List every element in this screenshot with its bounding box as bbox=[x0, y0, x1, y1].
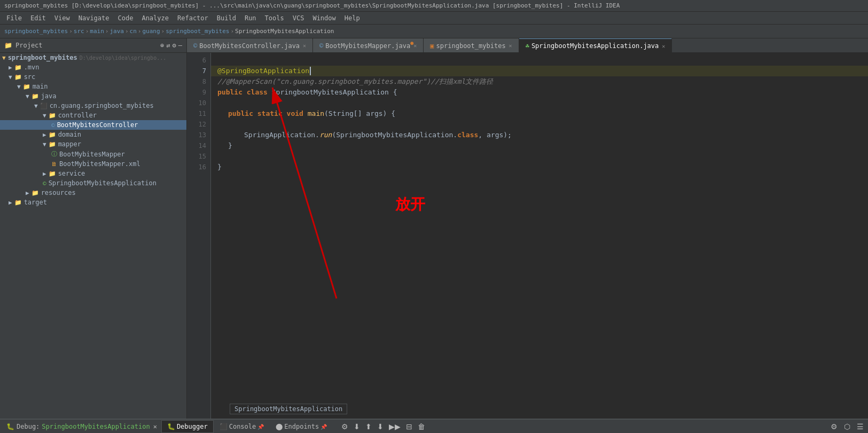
java-icon: © bbox=[319, 42, 323, 50]
more-btn[interactable]: ☰ bbox=[855, 421, 866, 432]
tree-label: src bbox=[24, 73, 36, 81]
tab-close-icon[interactable]: ✕ bbox=[662, 43, 665, 49]
tree-item-controller-class[interactable]: © BootMybitesController bbox=[0, 120, 186, 130]
debug-tab-endpoints[interactable]: ⬤ Endpoints 📌 bbox=[270, 420, 333, 433]
tree-item-mapper[interactable]: ▼ 📁 mapper bbox=[0, 139, 186, 149]
tree-label: service bbox=[58, 170, 85, 177]
debug-tab-console[interactable]: ⬛ Console 📌 bbox=[214, 420, 270, 433]
tab-mapper[interactable]: © BootMybitesMapper.java ● ✕ bbox=[313, 38, 424, 52]
tab-controller[interactable]: © BootMybitesController.java ✕ bbox=[187, 38, 313, 52]
menu-window[interactable]: Window bbox=[308, 13, 340, 23]
tree-item-main[interactable]: ▼ 📁 main bbox=[0, 82, 186, 91]
tree-item-mapper-class[interactable]: ⓘ BootMybitesMapper bbox=[0, 149, 186, 159]
add-icon[interactable]: ⊕ bbox=[160, 42, 164, 49]
code-editor[interactable]: 6 7 ▶ 🔖 8 9 ▶ ▼ 10 11 ▶ ▼ 12 bbox=[187, 53, 868, 419]
sort-btn[interactable]: ⬆ bbox=[363, 421, 374, 432]
panel-toolbar-right: ⚙ ⬡ ☰ bbox=[828, 421, 866, 432]
sync-icon[interactable]: ⇄ bbox=[166, 42, 170, 49]
menu-run[interactable]: Run bbox=[240, 13, 261, 23]
menu-refactor[interactable]: Refactor bbox=[173, 13, 213, 23]
menu-edit[interactable]: Edit bbox=[26, 13, 50, 23]
debug-tabs-bar: 🐛 Debug: SpringbootMybitesApplication ✕ … bbox=[0, 420, 868, 433]
code-content[interactable]: @SpringBootApplication //@MapperScan("cn… bbox=[211, 53, 868, 419]
pin-icon[interactable]: 📌 bbox=[257, 424, 264, 430]
java-icon: © bbox=[193, 42, 197, 50]
tree-item-src[interactable]: ▼ 📁 src bbox=[0, 72, 186, 82]
line-13: 13 bbox=[191, 130, 206, 140]
line-16: 16 bbox=[191, 162, 206, 172]
debug-close-icon[interactable]: ✕ bbox=[153, 423, 157, 430]
menu-analyze[interactable]: Analyze bbox=[137, 13, 173, 23]
expand-icon: ▶ bbox=[43, 131, 46, 138]
tab-maven[interactable]: ▣ springboot_mybites ✕ bbox=[424, 38, 519, 52]
breadcrumb-item[interactable]: springboot_mybites bbox=[4, 28, 68, 35]
line-15: 15 bbox=[191, 151, 206, 162]
tab-close-icon[interactable]: ✕ bbox=[413, 43, 417, 49]
scroll-up-btn[interactable]: ⬇ bbox=[375, 421, 386, 432]
line-8: 8 bbox=[191, 76, 206, 87]
menu-build[interactable]: Build bbox=[213, 13, 240, 23]
tab-label: springboot_mybites bbox=[436, 42, 506, 50]
tree-item-java[interactable]: ▼ 📁 java bbox=[0, 91, 186, 101]
gear-btn[interactable]: ⚙ bbox=[828, 421, 840, 432]
debug-label: Debug: bbox=[17, 423, 40, 430]
breadcrumb-current: SpringbootMybitesApplication bbox=[235, 28, 334, 35]
debug-app-name[interactable]: SpringbootMybitesApplication bbox=[42, 423, 150, 430]
minimize-icon[interactable]: — bbox=[178, 42, 182, 49]
tab-close-icon[interactable]: ✕ bbox=[303, 43, 306, 49]
editor-tabs: © BootMybitesController.java ✕ © BootMyb… bbox=[187, 38, 868, 53]
menu-code[interactable]: Code bbox=[114, 13, 138, 23]
breadcrumb-item[interactable]: main bbox=[90, 28, 104, 35]
tree-label: java bbox=[41, 92, 57, 100]
debug-toolbar: ⚙ ⬇ ⬆ ⬇ ▶▶ ⊟ 🗑 bbox=[339, 421, 427, 432]
tab-main-class[interactable]: ☘ SpringbootMybitesApplication.java ✕ bbox=[519, 38, 672, 52]
tree-item-package[interactable]: ▼ ⬛ cn.guang.springboot_mybites bbox=[0, 101, 186, 111]
settings-icon[interactable]: ⚙ bbox=[173, 42, 176, 49]
menu-vcs[interactable]: VCS bbox=[288, 13, 309, 23]
project-panel-header: 📁 Project ⊕ ⇄ ⚙ — bbox=[0, 38, 186, 53]
soft-wrap-btn[interactable]: ⊟ bbox=[404, 421, 415, 432]
clear-btn[interactable]: 🗑 bbox=[416, 421, 427, 432]
breadcrumb-item[interactable]: guang bbox=[142, 28, 160, 35]
menu-navigate[interactable]: Navigate bbox=[74, 13, 114, 23]
code-line-9: public class SpringbootMybitesApplicatio… bbox=[211, 87, 868, 98]
folder-icon: 📁 bbox=[32, 190, 39, 196]
step-btn[interactable]: ▶▶ bbox=[387, 421, 403, 432]
tab-close-icon[interactable]: ✕ bbox=[509, 43, 512, 49]
pin-icon[interactable]: 📌 bbox=[320, 424, 327, 430]
debug-tab-debugger[interactable]: 🐛 Debugger bbox=[161, 420, 214, 433]
tree-item-target[interactable]: ▶ 📁 target bbox=[0, 198, 186, 207]
breadcrumb-item[interactable]: springboot_mybites bbox=[166, 28, 229, 35]
tree-item-mapper-xml[interactable]: 🗎 BootMybitesMapper.xml bbox=[0, 159, 186, 169]
layout-btn[interactable]: ⬡ bbox=[842, 421, 853, 432]
tree-item-mvn[interactable]: ▶ 📁 .mvn bbox=[0, 62, 186, 72]
breadcrumb-item[interactable]: src bbox=[74, 28, 84, 35]
code-line-7: @SpringBootApplication bbox=[211, 66, 868, 76]
interface-icon: ⓘ bbox=[51, 150, 57, 158]
project-title: Project bbox=[15, 42, 43, 49]
breadcrumb-item[interactable]: cn bbox=[130, 28, 137, 35]
scroll-to-end-btn[interactable]: ⬇ bbox=[351, 421, 362, 432]
tree-item-domain[interactable]: ▶ 📁 domain bbox=[0, 130, 186, 139]
menu-view[interactable]: View bbox=[50, 13, 74, 23]
tree-item-controller[interactable]: ▼ 📁 controller bbox=[0, 111, 186, 120]
breadcrumb-item[interactable]: java bbox=[110, 28, 124, 35]
menu-bar: File Edit View Navigate Code Analyze Ref… bbox=[0, 12, 868, 25]
title-bar: springboot_mybites [D:\develop\idea\spri… bbox=[0, 0, 868, 12]
menu-help[interactable]: Help bbox=[340, 13, 364, 23]
menu-tools[interactable]: Tools bbox=[261, 13, 288, 23]
tree-item-main-class[interactable]: © SpringbootMybitesApplication bbox=[0, 178, 186, 188]
menu-file[interactable]: File bbox=[2, 13, 26, 23]
tree-label: resources bbox=[41, 189, 76, 196]
folder-icon: 📁 bbox=[14, 64, 22, 71]
tree-item-resources[interactable]: ▶ 📁 resources bbox=[0, 188, 186, 198]
tab-label: BootMybitesController.java bbox=[199, 42, 300, 50]
xml-icon: 🗎 bbox=[51, 161, 57, 168]
filter-btn[interactable]: ⚙ bbox=[339, 421, 350, 432]
tree-item-service[interactable]: ▶ 📁 service bbox=[0, 169, 186, 178]
endpoints-icon: ⬤ bbox=[276, 423, 283, 430]
code-line-16: } bbox=[211, 162, 868, 172]
expand-icon: ▼ bbox=[2, 54, 6, 61]
folder-icon: 📁 bbox=[32, 93, 39, 100]
tree-item-root[interactable]: ▼ springboot_mybites D:\develop\idea\spr… bbox=[0, 53, 186, 62]
